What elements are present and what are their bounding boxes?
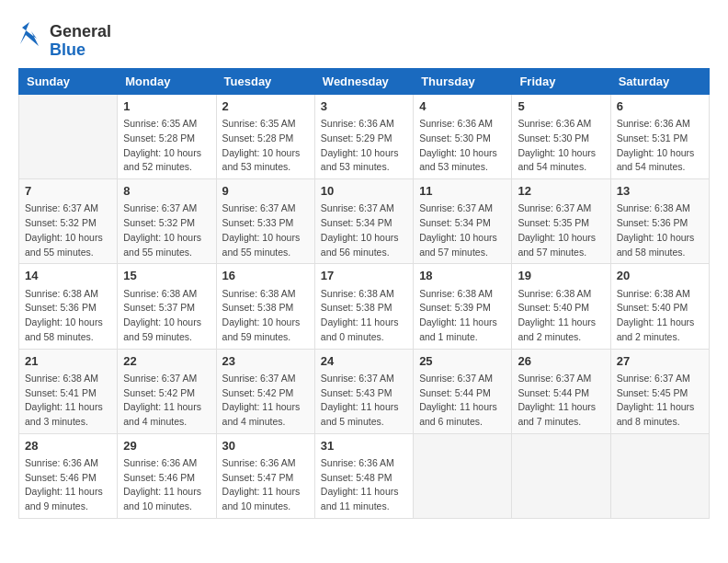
calendar-cell: 16Sunrise: 6:38 AMSunset: 5:38 PMDayligh… bbox=[216, 264, 314, 349]
day-info: Sunrise: 6:36 AMSunset: 5:48 PMDaylight:… bbox=[321, 456, 407, 514]
calendar-cell: 29Sunrise: 6:36 AMSunset: 5:46 PMDayligh… bbox=[118, 433, 216, 518]
day-number: 13 bbox=[617, 183, 703, 200]
header: GeneralBlue bbox=[18, 18, 710, 59]
day-number: 15 bbox=[123, 268, 210, 284]
day-number: 12 bbox=[518, 183, 604, 200]
day-info: Sunrise: 6:37 AMSunset: 5:44 PMDaylight:… bbox=[419, 372, 506, 430]
week-row-3: 14Sunrise: 6:38 AMSunset: 5:36 PMDayligh… bbox=[19, 264, 710, 349]
day-number: 17 bbox=[321, 268, 407, 284]
day-number: 1 bbox=[123, 98, 210, 115]
day-number: 16 bbox=[222, 268, 309, 284]
day-info: Sunrise: 6:38 AMSunset: 5:38 PMDaylight:… bbox=[222, 287, 309, 345]
day-info: Sunrise: 6:38 AMSunset: 5:40 PMDaylight:… bbox=[518, 287, 604, 345]
day-info: Sunrise: 6:37 AMSunset: 5:32 PMDaylight:… bbox=[25, 201, 111, 259]
calendar-cell: 31Sunrise: 6:36 AMSunset: 5:48 PMDayligh… bbox=[314, 433, 413, 518]
calendar-cell bbox=[512, 433, 610, 518]
day-info: Sunrise: 6:36 AMSunset: 5:47 PMDaylight:… bbox=[222, 456, 309, 514]
day-info: Sunrise: 6:37 AMSunset: 5:34 PMDaylight:… bbox=[419, 201, 506, 259]
calendar-cell bbox=[414, 433, 512, 518]
calendar-cell: 13Sunrise: 6:38 AMSunset: 5:36 PMDayligh… bbox=[610, 179, 709, 264]
day-info: Sunrise: 6:37 AMSunset: 5:34 PMDaylight:… bbox=[321, 201, 407, 259]
day-info: Sunrise: 6:37 AMSunset: 5:44 PMDaylight:… bbox=[518, 372, 604, 430]
day-info: Sunrise: 6:38 AMSunset: 5:36 PMDaylight:… bbox=[25, 287, 111, 345]
day-info: Sunrise: 6:37 AMSunset: 5:33 PMDaylight:… bbox=[222, 201, 309, 259]
week-row-4: 21Sunrise: 6:38 AMSunset: 5:41 PMDayligh… bbox=[19, 349, 710, 433]
day-info: Sunrise: 6:36 AMSunset: 5:30 PMDaylight:… bbox=[419, 117, 506, 175]
day-info: Sunrise: 6:37 AMSunset: 5:42 PMDaylight:… bbox=[222, 372, 309, 430]
header-day-friday: Friday bbox=[512, 69, 610, 95]
day-number: 30 bbox=[222, 438, 309, 454]
day-number: 19 bbox=[518, 268, 604, 284]
day-info: Sunrise: 6:36 AMSunset: 5:30 PMDaylight:… bbox=[518, 117, 604, 175]
day-info: Sunrise: 6:36 AMSunset: 5:46 PMDaylight:… bbox=[123, 456, 210, 514]
day-info: Sunrise: 6:36 AMSunset: 5:29 PMDaylight:… bbox=[321, 117, 407, 175]
day-info: Sunrise: 6:36 AMSunset: 5:31 PMDaylight:… bbox=[617, 117, 703, 175]
day-info: Sunrise: 6:38 AMSunset: 5:37 PMDaylight:… bbox=[123, 287, 210, 345]
day-info: Sunrise: 6:37 AMSunset: 5:42 PMDaylight:… bbox=[123, 372, 210, 430]
calendar-cell: 11Sunrise: 6:37 AMSunset: 5:34 PMDayligh… bbox=[414, 179, 512, 264]
day-number: 26 bbox=[518, 353, 604, 370]
day-info: Sunrise: 6:38 AMSunset: 5:39 PMDaylight:… bbox=[419, 287, 506, 345]
svg-text:General: General bbox=[50, 22, 111, 40]
week-row-5: 28Sunrise: 6:36 AMSunset: 5:46 PMDayligh… bbox=[19, 433, 710, 518]
calendar-cell: 22Sunrise: 6:37 AMSunset: 5:42 PMDayligh… bbox=[118, 349, 216, 433]
calendar-cell: 27Sunrise: 6:37 AMSunset: 5:45 PMDayligh… bbox=[610, 349, 709, 433]
day-number: 18 bbox=[419, 268, 506, 284]
calendar-cell: 14Sunrise: 6:38 AMSunset: 5:36 PMDayligh… bbox=[19, 264, 118, 349]
calendar-cell: 4Sunrise: 6:36 AMSunset: 5:30 PMDaylight… bbox=[414, 95, 512, 179]
day-number: 27 bbox=[617, 353, 703, 370]
day-number: 24 bbox=[321, 353, 407, 370]
calendar-cell: 10Sunrise: 6:37 AMSunset: 5:34 PMDayligh… bbox=[314, 179, 413, 264]
week-row-2: 7Sunrise: 6:37 AMSunset: 5:32 PMDaylight… bbox=[19, 179, 710, 264]
day-number: 22 bbox=[123, 353, 210, 370]
calendar-cell: 18Sunrise: 6:38 AMSunset: 5:39 PMDayligh… bbox=[414, 264, 512, 349]
day-info: Sunrise: 6:38 AMSunset: 5:40 PMDaylight:… bbox=[617, 287, 703, 345]
svg-text:Blue: Blue bbox=[50, 40, 85, 59]
day-number: 5 bbox=[518, 98, 604, 115]
calendar-cell: 24Sunrise: 6:37 AMSunset: 5:43 PMDayligh… bbox=[314, 349, 413, 433]
calendar-cell: 2Sunrise: 6:35 AMSunset: 5:28 PMDaylight… bbox=[216, 95, 314, 179]
calendar-header-row: SundayMondayTuesdayWednesdayThursdayFrid… bbox=[19, 69, 710, 95]
header-day-sunday: Sunday bbox=[19, 69, 118, 95]
day-number: 28 bbox=[25, 438, 111, 454]
calendar-cell: 25Sunrise: 6:37 AMSunset: 5:44 PMDayligh… bbox=[414, 349, 512, 433]
header-day-monday: Monday bbox=[118, 69, 216, 95]
day-number: 2 bbox=[222, 98, 309, 115]
day-info: Sunrise: 6:37 AMSunset: 5:32 PMDaylight:… bbox=[123, 201, 210, 259]
calendar-cell: 1Sunrise: 6:35 AMSunset: 5:28 PMDaylight… bbox=[118, 95, 216, 179]
day-number: 3 bbox=[321, 98, 407, 115]
header-day-saturday: Saturday bbox=[610, 69, 709, 95]
calendar-cell: 30Sunrise: 6:36 AMSunset: 5:47 PMDayligh… bbox=[216, 433, 314, 518]
day-info: Sunrise: 6:38 AMSunset: 5:36 PMDaylight:… bbox=[617, 201, 703, 259]
calendar-table: SundayMondayTuesdayWednesdayThursdayFrid… bbox=[18, 68, 710, 519]
logo: GeneralBlue bbox=[18, 18, 119, 59]
day-number: 7 bbox=[25, 183, 111, 200]
calendar-cell: 7Sunrise: 6:37 AMSunset: 5:32 PMDaylight… bbox=[19, 179, 118, 264]
header-day-wednesday: Wednesday bbox=[314, 69, 413, 95]
day-info: Sunrise: 6:35 AMSunset: 5:28 PMDaylight:… bbox=[222, 117, 309, 175]
day-number: 6 bbox=[617, 98, 703, 115]
calendar-cell bbox=[610, 433, 709, 518]
header-day-tuesday: Tuesday bbox=[216, 69, 314, 95]
day-number: 9 bbox=[222, 183, 309, 200]
day-number: 8 bbox=[123, 183, 210, 200]
day-info: Sunrise: 6:36 AMSunset: 5:46 PMDaylight:… bbox=[25, 456, 111, 514]
calendar-cell: 3Sunrise: 6:36 AMSunset: 5:29 PMDaylight… bbox=[314, 95, 413, 179]
logo-svg: GeneralBlue bbox=[18, 18, 119, 59]
day-number: 4 bbox=[419, 98, 506, 115]
calendar-cell: 28Sunrise: 6:36 AMSunset: 5:46 PMDayligh… bbox=[19, 433, 118, 518]
calendar-cell: 8Sunrise: 6:37 AMSunset: 5:32 PMDaylight… bbox=[118, 179, 216, 264]
calendar-cell: 26Sunrise: 6:37 AMSunset: 5:44 PMDayligh… bbox=[512, 349, 610, 433]
day-number: 21 bbox=[25, 353, 111, 370]
day-number: 31 bbox=[321, 438, 407, 454]
day-info: Sunrise: 6:37 AMSunset: 5:35 PMDaylight:… bbox=[518, 201, 604, 259]
day-number: 14 bbox=[25, 268, 111, 284]
calendar-cell: 15Sunrise: 6:38 AMSunset: 5:37 PMDayligh… bbox=[118, 264, 216, 349]
day-number: 11 bbox=[419, 183, 506, 200]
day-number: 23 bbox=[222, 353, 309, 370]
day-info: Sunrise: 6:37 AMSunset: 5:43 PMDaylight:… bbox=[321, 372, 407, 430]
day-info: Sunrise: 6:38 AMSunset: 5:38 PMDaylight:… bbox=[321, 287, 407, 345]
calendar-cell: 20Sunrise: 6:38 AMSunset: 5:40 PMDayligh… bbox=[610, 264, 709, 349]
svg-marker-2 bbox=[20, 22, 39, 46]
day-number: 29 bbox=[123, 438, 210, 454]
